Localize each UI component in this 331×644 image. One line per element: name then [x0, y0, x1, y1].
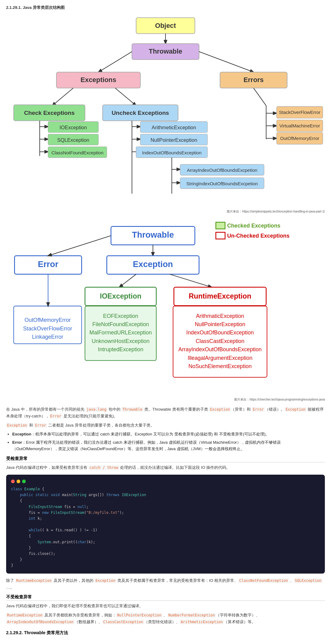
svg-text:IndexOutOfBoundException: IndexOutOfBoundException	[186, 330, 254, 336]
inline-catch: catch	[100, 432, 110, 436]
inline-exception2: Exception	[285, 407, 306, 412]
svg-text:LinkageError: LinkageError	[32, 334, 63, 340]
para1: 在 Java 中，所有的异常都有一个共同的祖先 java.lang 包中的 Th…	[6, 406, 325, 420]
source1-text: 图片来自：https://simplesnippets.tech/excepti…	[6, 209, 325, 214]
source2-text: 图片来自：https://chercher.tech/java-programm…	[6, 397, 325, 402]
para5: Java 代码在编译过程中，我们即使不处理不受检查异常也可以正常通过编译。	[6, 603, 325, 609]
svg-text:VirtualMachineError: VirtualMachineError	[280, 123, 320, 128]
dot-green	[22, 480, 26, 483]
inline-cnfe: ClassNotFoundException	[238, 578, 289, 583]
inline-cce: ClassCastException	[102, 620, 144, 624]
page-container: 2.1.29.1. Java 异常类层次结构图 Object Throwable…	[0, 0, 331, 642]
svg-text:OutOfMemoryError: OutOfMemoryError	[25, 317, 71, 323]
inline-catch2: catch	[113, 440, 122, 445]
dot-red	[11, 480, 15, 483]
inline-npe: NullPointerException	[116, 613, 162, 618]
svg-text:Exceptions: Exceptions	[81, 76, 116, 84]
svg-text:UnknownHostException: UnknownHostException	[92, 338, 150, 344]
bullet-list: Exception：程序本身可以处理的异常，可以通过 catch 来进行捕获。E…	[12, 431, 325, 452]
svg-text:OutOfMemoryError: OutOfMemoryError	[280, 136, 319, 141]
svg-text:IOException: IOException	[59, 125, 87, 130]
inline-rte: RuntimeException	[15, 578, 53, 583]
inline-oome: OutOfMemoryError	[16, 446, 50, 451]
svg-text:Uncheck Exceptions: Uncheck Exceptions	[112, 110, 169, 116]
svg-text:ArithmaticException: ArithmaticException	[196, 313, 244, 319]
svg-line-12	[115, 88, 136, 106]
inline-aioobe: ArrayIndexOutOfBoundsException	[6, 620, 74, 624]
svg-line-69	[119, 274, 136, 287]
section3-heading: 不受检查异常	[6, 594, 325, 601]
inline-java-lang: java.lang	[86, 407, 107, 412]
inline-exception: Exception	[209, 407, 231, 412]
code-block-1: class Example { public static void main(…	[6, 475, 325, 574]
bullet-item-1: Exception：程序本身可以处理的异常，可以通过 catch 来进行捕获。E…	[12, 431, 325, 438]
inline-error2: Error	[49, 414, 62, 419]
inline-rte2: RuntimeException	[6, 613, 44, 618]
svg-text:ArrayIndexOutOfBoundsExcpetion: ArrayIndexOutOfBoundsExcpetion	[187, 168, 257, 173]
para6: RuntimeException 及其子类都统称为非受检查异常，例如：NullP…	[6, 612, 325, 625]
svg-text:NullPointerException: NullPointerException	[150, 137, 197, 143]
svg-text:StackOverFlowError: StackOverFlowError	[279, 110, 320, 115]
svg-text:Un-Checked Exceptions: Un-Checked Exceptions	[227, 233, 289, 239]
inline-sqle: SQLException	[294, 578, 322, 583]
diagram2-svg: Checked Exceptions Un-Checked Exceptions…	[6, 218, 325, 394]
dot-yellow	[17, 480, 20, 483]
svg-text:IntruptedException: IntruptedException	[98, 347, 143, 353]
svg-text:ArrayIndexOutOfBoundsException: ArrayIndexOutOfBoundsException	[178, 347, 262, 353]
svg-text:ArithmeticException: ArithmeticException	[152, 125, 196, 130]
inline-err: Error	[34, 423, 47, 428]
code-content: class Example { public static void main(…	[11, 486, 320, 569]
svg-text:Exception: Exception	[133, 260, 173, 269]
svg-text:MalFormedURLException: MalFormedURLException	[89, 330, 152, 336]
svg-line-13	[253, 88, 266, 106]
diagram1: Object Throwable Exceptions Errors	[6, 13, 325, 207]
diagram2: Checked Exceptions Un-Checked Exceptions…	[6, 218, 325, 395]
section1-title: 2.1.29.1. Java 异常类层次结构图	[6, 5, 325, 10]
svg-text:SQLException: SQLException	[57, 137, 89, 143]
svg-text:Check Exceptions: Check Exceptions	[24, 110, 75, 116]
para2: Exception 和 Error 二者都是 Java 异常处理的重要子类，各自…	[6, 422, 325, 429]
inline-error: Error	[252, 407, 265, 412]
inline-ae: ArithmeticException	[180, 620, 224, 624]
svg-text:Throwable: Throwable	[149, 47, 182, 55]
svg-text:IndexOutOfBoundsException: IndexOutOfBoundsException	[142, 150, 201, 155]
svg-rect-59	[216, 232, 225, 239]
inline-ex: Exception	[6, 423, 28, 428]
para3: Java 代码在编译过程中，如果受检查异常没有 catch / throw 处理…	[6, 464, 325, 471]
svg-text:Object: Object	[155, 22, 176, 29]
svg-line-11	[52, 88, 73, 106]
inline-catch-throw: catch / throw	[89, 465, 119, 470]
section2-heading: 受检查异常	[6, 456, 325, 462]
svg-text:StringIndexOutOfBoundsExcpetio: StringIndexOutOfBoundsExcpetion	[186, 181, 258, 186]
svg-text:RuntimeException: RuntimeException	[189, 292, 251, 300]
window-dots	[11, 480, 320, 483]
bullet-item-2: Error：Error 属于程序无法处理的错误，我们没办法通过 catch 来进…	[12, 439, 325, 452]
svg-text:ClassCastException: ClassCastException	[196, 338, 244, 344]
inline-ex2: Exception	[94, 578, 116, 583]
diagram1-svg: Object Throwable Exceptions Errors	[6, 13, 325, 206]
inline-ncdfe: NoClassDefFoundError	[82, 446, 124, 451]
svg-text:Throwable: Throwable	[132, 230, 174, 240]
svg-line-68	[48, 236, 111, 256]
svg-line-5	[98, 52, 132, 72]
inline-vme: Virtual MachineError	[201, 440, 237, 445]
svg-text:FileNotFoundException: FileNotFoundException	[92, 322, 149, 328]
svg-text:NullPointerException: NullPointerException	[195, 322, 245, 328]
inline-throwable: Throwable	[122, 407, 143, 412]
svg-text:Error: Error	[38, 260, 58, 269]
svg-line-6	[199, 52, 253, 72]
svg-line-70	[170, 274, 212, 287]
svg-rect-57	[216, 222, 225, 229]
svg-text:IlleagalArgumentException: IlleagalArgumentException	[188, 355, 252, 361]
svg-text:NoSuchElementException: NoSuchElementException	[188, 363, 252, 369]
svg-text:Checked Exceptions: Checked Exceptions	[227, 223, 280, 229]
svg-text:IOException: IOException	[100, 292, 142, 300]
para4: 除了 RuntimeException 及其子类以外，其他的 Exception…	[6, 577, 325, 591]
section4-heading: 2.1.29.2. Throwable 类常用方法	[6, 630, 325, 636]
inline-nfe: NumberFormatException	[167, 613, 216, 618]
svg-text:StackOverFlowError: StackOverFlowError	[23, 326, 72, 332]
svg-text:Errors: Errors	[244, 76, 264, 84]
svg-text:EOFException: EOFException	[103, 313, 138, 319]
svg-text:ClassNotFoundException: ClassNotFoundException	[51, 150, 104, 155]
